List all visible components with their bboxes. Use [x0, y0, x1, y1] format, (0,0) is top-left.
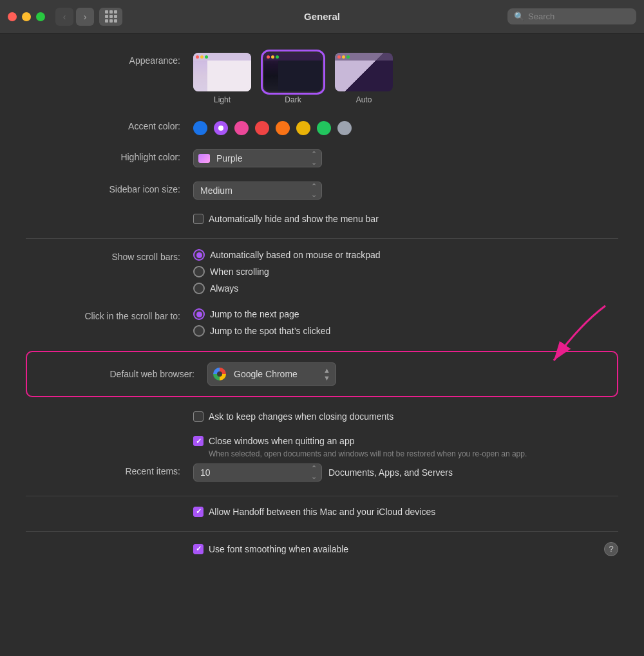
scroll-scrolling-label: When scrolling — [210, 267, 269, 277]
menu-bar-row: Automatically hide and show the menu bar — [26, 214, 618, 224]
scroll-always-radio[interactable] — [193, 283, 205, 294]
recent-items-control: 5 10 15 20 30 50 None ⌃⌄ Documents, Apps… — [193, 464, 618, 482]
accent-color-control — [193, 118, 618, 135]
traffic-lights — [8, 12, 45, 21]
search-input[interactable] — [528, 12, 625, 21]
scroll-always-label: Always — [210, 283, 238, 294]
click-spot-row: Jump to the spot that’s clicked — [193, 325, 618, 337]
chrome-icon — [213, 368, 226, 380]
recent-items-select[interactable]: 5 10 15 20 30 50 None — [193, 464, 322, 482]
font-smoothing-spacer — [26, 542, 193, 545]
scroll-auto-radio[interactable] — [193, 249, 205, 261]
scroll-bars-row: Show scroll bars: Automatically based on… — [26, 249, 618, 294]
grid-view-button[interactable] — [99, 8, 122, 26]
handoff-checkbox[interactable] — [193, 507, 204, 517]
highlight-select-wrapper: Purple Blue Pink Red Orange Yellow Green… — [193, 149, 322, 167]
scroll-bars-radio-group: Automatically based on mouse or trackpad… — [193, 249, 618, 294]
close-windows-note: When selected, open documents and window… — [209, 449, 544, 460]
click-next-page-radio[interactable] — [193, 308, 205, 320]
accent-yellow[interactable] — [296, 121, 310, 135]
accent-color-row: Accent color: — [26, 118, 618, 135]
appearance-options: Light Dark — [193, 53, 618, 104]
click-next-page-row: Jump to the next page — [193, 308, 618, 320]
recent-items-select-wrapper: 5 10 15 20 30 50 None ⌃⌄ — [193, 464, 322, 482]
scroll-scrolling-radio[interactable] — [193, 266, 205, 277]
font-smoothing-checkbox-row: Use font smoothing when available — [193, 544, 348, 554]
ask-keep-label: Ask to keep changes when closing documen… — [209, 411, 393, 422]
font-smoothing-row: Use font smoothing when available ? — [26, 542, 618, 556]
appearance-light-label: Light — [214, 95, 231, 104]
accent-pink[interactable] — [234, 121, 249, 135]
back-button[interactable]: ‹ — [55, 8, 73, 26]
minimize-button[interactable] — [22, 12, 31, 21]
grid-icon — [105, 10, 117, 23]
font-smoothing-checkbox[interactable] — [193, 544, 204, 554]
menu-bar-control: Automatically hide and show the menu bar — [193, 214, 618, 224]
click-next-page-label: Jump to the next page — [210, 309, 299, 319]
window-title: General — [304, 11, 340, 22]
sidebar-icon-size-select[interactable]: Small Medium Large — [193, 182, 322, 200]
search-bar: 🔍 — [507, 8, 636, 24]
highlight-color-select[interactable]: Purple Blue Pink Red Orange Yellow Green… — [193, 149, 322, 167]
titlebar: ‹ › General 🔍 — [0, 0, 644, 33]
ask-keep-checkbox[interactable] — [193, 411, 204, 422]
click-scroll-control: Jump to the next page Jump to the spot t… — [193, 308, 618, 337]
click-spot-radio[interactable] — [193, 325, 205, 337]
accent-blue[interactable] — [193, 121, 207, 135]
accent-color-label: Accent color: — [26, 118, 193, 131]
recent-items-suffix: Documents, Apps, and Servers — [328, 467, 453, 478]
appearance-dark[interactable]: Dark — [264, 53, 322, 104]
scroll-auto-label: Automatically based on mouse or trackpad — [210, 250, 381, 260]
close-button[interactable] — [8, 12, 17, 21]
click-scroll-label: Click in the scroll bar to: — [26, 308, 193, 321]
click-scroll-radio-group: Jump to the next page Jump to the spot t… — [193, 308, 618, 337]
appearance-dark-label: Dark — [285, 95, 301, 104]
highlight-color-control: Purple Blue Pink Red Orange Yellow Green… — [193, 149, 618, 167]
handoff-label: Allow Handoff between this Mac and your … — [209, 507, 435, 517]
scroll-always-row: Always — [193, 283, 618, 294]
close-windows-row: Close windows when quitting an app When … — [26, 436, 618, 460]
scroll-auto-row: Automatically based on mouse or trackpad — [193, 249, 618, 261]
appearance-thumb-auto — [335, 53, 393, 91]
browser-select-display[interactable]: Google Chrome ▲▼ — [207, 362, 336, 386]
appearance-row: Appearance: Light — [26, 53, 618, 104]
forward-button[interactable]: › — [76, 8, 94, 26]
handoff-checkbox-row: Allow Handoff between this Mac and your … — [193, 507, 618, 517]
sidebar-select-wrapper: Small Medium Large ⌃⌄ — [193, 182, 322, 200]
close-windows-checkbox-row: Close windows when quitting an app — [193, 436, 618, 446]
appearance-label: Appearance: — [26, 53, 193, 66]
default-browser-section: Default web browser: Google Chrome ▲▼ — [26, 351, 618, 397]
accent-orange[interactable] — [276, 121, 290, 135]
accent-red[interactable] — [255, 121, 269, 135]
appearance-thumb-light — [193, 53, 251, 91]
sidebar-icon-size-label: Sidebar icon size: — [26, 182, 193, 194]
ask-keep-control: Ask to keep changes when closing documen… — [193, 411, 618, 422]
browser-select-text: Google Chrome — [234, 369, 318, 379]
close-windows-control: Close windows when quitting an app When … — [193, 436, 618, 460]
handoff-control: Allow Handoff between this Mac and your … — [193, 507, 618, 517]
appearance-auto-label: Auto — [356, 95, 372, 104]
accent-green[interactable] — [317, 121, 331, 135]
default-browser-container: Default web browser: Google Chrome ▲▼ — [26, 351, 618, 397]
appearance-light[interactable]: Light — [193, 53, 251, 104]
highlight-color-row: Highlight color: Purple Blue Pink Red Or… — [26, 149, 618, 167]
handoff-spacer — [26, 507, 193, 509]
recent-items-label: Recent items: — [26, 464, 193, 476]
menu-bar-checkbox-label: Automatically hide and show the menu bar — [209, 214, 379, 224]
help-button[interactable]: ? — [604, 542, 618, 556]
accent-purple[interactable] — [214, 121, 228, 135]
sidebar-icon-size-row: Sidebar icon size: Small Medium Large ⌃⌄ — [26, 182, 618, 200]
font-smoothing-label: Use font smoothing when available — [209, 544, 348, 554]
font-smoothing-control: Use font smoothing when available ? — [193, 542, 618, 556]
appearance-auto[interactable]: Auto — [335, 53, 393, 104]
separator-2 — [26, 496, 618, 496]
close-windows-checkbox[interactable] — [193, 436, 204, 446]
ask-keep-spacer — [26, 411, 193, 414]
menu-bar-checkbox[interactable] — [193, 214, 204, 224]
click-scroll-row: Click in the scroll bar to: Jump to the … — [26, 308, 618, 337]
click-spot-label: Jump to the spot that’s clicked — [210, 326, 330, 336]
close-windows-spacer — [26, 436, 193, 438]
search-icon: 🔍 — [514, 12, 524, 21]
accent-graphite[interactable] — [337, 121, 352, 135]
maximize-button[interactable] — [36, 12, 45, 21]
